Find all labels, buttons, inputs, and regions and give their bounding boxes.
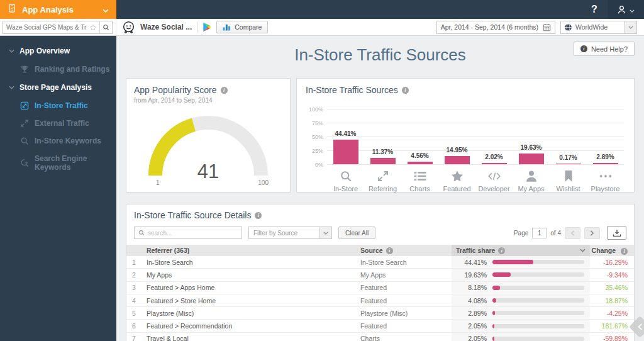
sidebar-item-external-traffic[interactable]: External Traffic — [0, 115, 116, 132]
info-icon[interactable]: i — [402, 87, 409, 94]
compare-button[interactable]: Compare — [216, 21, 268, 33]
details-search-box — [134, 226, 242, 239]
header-change[interactable]: Change i — [590, 247, 634, 255]
chevron-down-icon — [9, 49, 14, 53]
search-engine-icon — [20, 159, 29, 167]
bar-value-label: 4.56% — [411, 152, 428, 159]
info-icon[interactable]: i — [498, 247, 505, 254]
chart-column-referring: 11.37% — [364, 109, 401, 164]
traffic-bar[interactable] — [482, 163, 507, 164]
bookmark-icon — [562, 170, 575, 182]
help-button[interactable]: ? — [581, 4, 608, 15]
clear-all-button[interactable]: Clear All — [338, 226, 375, 239]
traffic-share-value: 19.63% — [452, 271, 487, 279]
traffic-bar[interactable] — [333, 140, 358, 164]
sidebar-section-label: App Overview — [19, 47, 70, 55]
traffic-bar[interactable] — [593, 163, 618, 165]
details-table-header: Referrer (363) Source i Traffic share i … — [126, 245, 634, 256]
table-row[interactable]: 2 My Apps My Apps 19.63% -9.34% — [126, 269, 634, 281]
table-row[interactable]: 7 Travel & Local Charts 2.05% -59.89% — [126, 333, 634, 341]
sidebar-item-in-store-keywords[interactable]: In-Store Keywords — [0, 132, 116, 150]
row-change: -9.34% — [590, 271, 634, 279]
sidebar-item-in-store-traffic[interactable]: In-Store Traffic — [0, 97, 116, 115]
need-help-label: Need Help? — [591, 45, 628, 53]
row-change: 18.87% — [590, 297, 634, 305]
table-row[interactable]: 1 In-Store Search In-Store Search 44.41%… — [126, 256, 634, 269]
user-menu-button[interactable] — [608, 0, 644, 19]
filter-by-source-select[interactable]: Filter by Source — [248, 226, 332, 239]
header-traffic-share-label: Traffic share — [456, 247, 495, 254]
chart-category-referring: Referring — [364, 170, 401, 193]
region-select[interactable]: WorldWide — [560, 21, 637, 34]
bar-value-label: 0.17% — [559, 154, 577, 161]
prev-page-button[interactable] — [565, 227, 580, 239]
traffic-chart: 100% 75% 50% 25% 0% 44.41% 11.37% 4.56% … — [306, 109, 625, 193]
traffic-bar[interactable] — [408, 162, 433, 164]
export-button[interactable] — [607, 226, 626, 240]
row-change: -4.25% — [590, 310, 634, 317]
chevron-left-icon — [635, 322, 644, 331]
row-referrer: In-Store Search — [145, 259, 360, 266]
row-change: -59.89% — [590, 335, 634, 341]
traffic-bar[interactable] — [519, 154, 544, 164]
user-icon — [617, 5, 626, 14]
row-referrer: Travel & Local — [145, 335, 360, 341]
sidebar-item-ranking-and-ratings[interactable]: Ranking and Ratings — [0, 60, 116, 78]
traffic-bar[interactable] — [445, 156, 470, 164]
info-icon[interactable]: i — [621, 248, 628, 255]
traffic-share-value: 2.05% — [452, 335, 487, 341]
sidebar-item-label: External Traffic — [35, 119, 89, 128]
traffic-details-card: In-Store Traffic Source Details i Filter… — [126, 204, 635, 341]
traffic-bar[interactable] — [556, 164, 581, 165]
traffic-share-value: 4.08% — [452, 297, 487, 305]
chart-column-wishlist: 0.17% — [550, 109, 587, 164]
traffic-bar[interactable] — [370, 158, 396, 164]
row-source: Featured — [360, 284, 452, 291]
traffic-chart-plot: 100% 75% 50% 25% 0% 44.41% 11.37% 4.56% … — [306, 109, 625, 164]
table-row[interactable]: 6 Featured > Recommendation Featured 2.0… — [126, 320, 634, 332]
row-traffic-share: 19.63% — [452, 269, 590, 281]
chevron-down-icon — [628, 26, 633, 29]
info-icon[interactable]: i — [255, 212, 262, 219]
bar-value-label: 44.41% — [335, 130, 357, 137]
table-row[interactable]: 3 Featured > Apps Home Featured 8.18% 35… — [126, 282, 634, 294]
row-number: 5 — [126, 310, 145, 317]
chart-column-developer: 2.02% — [475, 109, 513, 164]
table-row[interactable]: 5 Playstore (Misc) Playstore (Misc) 2.89… — [126, 307, 634, 320]
favorite-star-icon[interactable] — [89, 24, 99, 31]
details-toolbar: Filter by Source Clear All Page of 4 — [134, 226, 626, 240]
share-bar-fill — [492, 324, 494, 328]
chart-column-playstore: 2.89% — [587, 109, 624, 164]
sort-descending-icon[interactable] — [580, 249, 586, 252]
header-source[interactable]: Source i — [360, 247, 452, 254]
row-referrer: Featured > Store Home — [145, 297, 360, 305]
share-bar-track — [492, 298, 584, 303]
page-number-input[interactable] — [532, 228, 547, 238]
chart-category-label: Developer — [478, 185, 509, 193]
header-change-label: Change — [592, 247, 616, 254]
traffic-share-value: 2.05% — [452, 322, 487, 330]
sidebar-section-app-overview[interactable]: App Overview — [0, 42, 116, 60]
sidebar-item-search-engine-keywords[interactable]: Search Engine Keywords — [0, 150, 116, 176]
header-referrer[interactable]: Referrer (363) — [145, 247, 360, 254]
app-search-button[interactable] — [99, 21, 112, 33]
sidebar-item-label: Ranking and Ratings — [35, 65, 109, 74]
code-icon — [488, 170, 501, 182]
sidebar-section-store-page-analysis[interactable]: Store Page Analysis — [0, 78, 116, 97]
info-icon[interactable]: i — [221, 87, 228, 94]
app-analysis-title: App Analysis — [22, 5, 97, 14]
row-number: 4 — [126, 297, 145, 305]
app-search-input[interactable] — [3, 24, 89, 31]
need-help-button[interactable]: i Need Help? — [574, 42, 635, 56]
filter-dropdown-arrow[interactable] — [319, 227, 331, 238]
info-icon[interactable]: i — [386, 247, 393, 254]
region-dropdown-arrow[interactable] — [625, 21, 636, 33]
app-analysis-menu[interactable]: App Analysis — [0, 0, 116, 19]
date-range-picker[interactable]: Apr, 2014 - Sep, 2014 (6 months) — [436, 21, 555, 34]
chart-category-playstore: Playstore — [587, 170, 624, 193]
table-row[interactable]: 4 Featured > Store Home Featured 4.08% 1… — [126, 294, 634, 307]
details-search-input[interactable] — [148, 230, 238, 237]
header-traffic-share[interactable]: Traffic share i — [452, 245, 590, 256]
traffic-share-value: 8.18% — [452, 284, 487, 291]
next-page-button[interactable] — [584, 227, 600, 239]
